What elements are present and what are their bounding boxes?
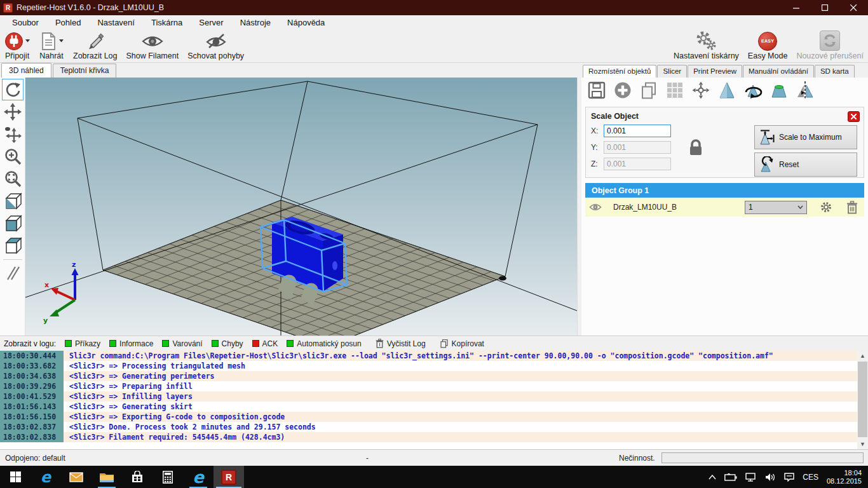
filter-square: [162, 340, 169, 347]
taskbar-mail[interactable]: [61, 466, 92, 488]
tray-expand-chevron-icon[interactable]: [709, 475, 716, 480]
object-group-header[interactable]: Object Group 1: [585, 183, 864, 198]
filter-square: [109, 340, 116, 347]
log-scrollbar[interactable]: ▲ ▼: [857, 351, 868, 449]
tab-3d-nahled[interactable]: 3D náhled: [1, 63, 51, 78]
clear-log-button[interactable]: Vyčistit Log: [376, 339, 426, 348]
menu-tiskarna[interactable]: Tiskárna: [143, 16, 191, 29]
lock-aspect-button[interactable]: [688, 138, 704, 159]
scroll-down-icon: ▼: [857, 439, 868, 449]
scale-y-input[interactable]: [604, 141, 671, 154]
volume-icon[interactable]: [765, 473, 776, 482]
upload-button[interactable]: Nahrát: [34, 29, 69, 62]
menu-server[interactable]: Server: [191, 16, 231, 29]
move-object-button[interactable]: [2, 123, 24, 145]
object-settings-gear-icon[interactable]: [820, 201, 832, 214]
status-center: -: [366, 454, 369, 463]
center-object-button[interactable]: [691, 80, 711, 100]
scale-panel-close-button[interactable]: [848, 111, 860, 122]
taskbar: e e R: [0, 466, 868, 488]
zoom-fit-button[interactable]: [2, 168, 24, 189]
taskbar-calculator[interactable]: [153, 466, 183, 488]
scale-x-input[interactable]: [604, 125, 671, 137]
scale-to-maximum-button[interactable]: Scale to Maximum: [754, 125, 857, 149]
taskbar-store[interactable]: [122, 466, 153, 488]
taskbar-internet-explorer[interactable]: e: [183, 466, 214, 488]
add-object-button[interactable]: [613, 80, 633, 100]
front-view-button[interactable]: [2, 212, 24, 234]
zoom-in-button[interactable]: [2, 146, 24, 167]
object-toolbar: [581, 78, 868, 103]
main-toolbar: Připojit Nahrát Zobrazit Log Show Filame…: [0, 29, 868, 63]
save-button[interactable]: [587, 80, 607, 100]
taskbar-clock[interactable]: 18:04 08.12.2015: [827, 469, 862, 485]
scale-object-button[interactable]: [717, 80, 737, 100]
filter-prikazy[interactable]: Příkazy: [65, 339, 100, 348]
object-name: Drzak_LM10UU_B: [613, 203, 677, 212]
edge-icon: e: [41, 468, 51, 486]
tab-print-preview[interactable]: Print Preview: [688, 65, 742, 78]
language-indicator[interactable]: CES: [803, 473, 818, 482]
delete-trash-icon[interactable]: [846, 201, 858, 214]
connection-status: Odpojeno: default: [0, 454, 65, 463]
rotate-object-button[interactable]: [743, 80, 763, 100]
filter-square: [65, 340, 72, 347]
copy-object-button[interactable]: [639, 80, 659, 100]
taskbar-repetier-host[interactable]: R: [214, 466, 244, 488]
tab-sd-karta[interactable]: SD karta: [815, 65, 855, 78]
top-view-button[interactable]: [2, 234, 24, 256]
menu-nastaveni[interactable]: Nastavení: [89, 16, 143, 29]
move-view-button[interactable]: [2, 101, 24, 123]
taskbar-explorer[interactable]: [92, 466, 122, 488]
scale-z-input[interactable]: [604, 158, 671, 170]
menu-nastroje[interactable]: Nástroje: [232, 16, 279, 29]
copy-icon: [440, 339, 449, 348]
internet-explorer-icon: e: [193, 468, 204, 487]
network-icon[interactable]: [745, 473, 757, 482]
scroll-up-icon: ▲: [857, 351, 868, 361]
rotate-view-button[interactable]: [2, 79, 24, 100]
pencil-icon: [86, 32, 105, 51]
print-bed-canvas[interactable]: z x y: [25, 78, 577, 336]
connect-button[interactable]: Připojit: [0, 29, 34, 62]
tab-manualni-ovladani[interactable]: Manuální ovládání: [743, 65, 814, 78]
menu-pohled[interactable]: Pohled: [47, 16, 89, 29]
maximize-button[interactable]: [811, 0, 839, 15]
filter-ack[interactable]: ACK: [252, 339, 278, 348]
autoposition-button[interactable]: [665, 80, 685, 100]
object-row[interactable]: Drzak_LM10UU_B 1: [585, 198, 864, 217]
tab-slicer[interactable]: Slicer: [657, 65, 687, 78]
lay-flat-button[interactable]: [769, 80, 789, 100]
hide-moves-button[interactable]: Schovat pohyby: [183, 29, 248, 62]
start-button[interactable]: [0, 466, 31, 488]
filter-informace[interactable]: Informace: [109, 339, 153, 348]
show-filament-button[interactable]: Show Filament: [121, 29, 183, 62]
panel-splitter[interactable]: [577, 78, 581, 336]
copy-log-button[interactable]: Kopírovat: [440, 339, 484, 348]
close-button[interactable]: [839, 0, 868, 15]
reset-scale-button[interactable]: Reset: [754, 152, 857, 177]
copies-dropdown[interactable]: 1: [745, 201, 807, 214]
minimize-button[interactable]: [782, 0, 811, 15]
zoom-in-icon: [4, 147, 22, 165]
mirror-object-button[interactable]: [795, 80, 815, 100]
battery-icon[interactable]: [724, 473, 737, 481]
menu-soubor[interactable]: Soubor: [4, 16, 47, 29]
filter-chyby[interactable]: Chyby: [212, 339, 243, 348]
filter-autoscroll[interactable]: Automatický posun: [287, 339, 361, 348]
tab-teplotni-krivka[interactable]: Teplotní křivka: [53, 64, 117, 78]
close-icon: [850, 4, 857, 11]
easy-mode-button[interactable]: EASY Easy Mode: [743, 29, 792, 62]
printer-settings-button[interactable]: Nastavení tiskárny: [669, 29, 743, 62]
action-center-icon[interactable]: [784, 473, 794, 482]
lay-flat-icon: [770, 81, 789, 99]
scroll-thumb[interactable]: [858, 362, 867, 437]
parallel-projection-button[interactable]: [2, 262, 24, 284]
tab-rozmisteni-objektu[interactable]: Rozmístění objektů: [583, 65, 656, 78]
show-log-button[interactable]: Zobrazit Log: [69, 29, 121, 62]
visibility-eye-icon[interactable]: [589, 203, 602, 212]
menu-napoveda[interactable]: Nápověda: [279, 16, 333, 29]
filter-varovani[interactable]: Varování: [162, 339, 202, 348]
isometric-view-button[interactable]: [2, 190, 24, 212]
taskbar-edge[interactable]: e: [31, 466, 61, 488]
